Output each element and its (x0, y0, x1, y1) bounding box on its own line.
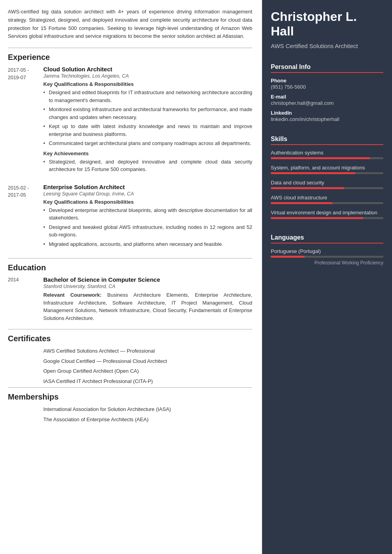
linkedin-label: LinkedIn (271, 110, 383, 116)
skill-name: Virtual environment design and implement… (271, 210, 383, 216)
skill-bar-container (271, 217, 383, 219)
skill-bar (271, 217, 363, 219)
skill-name: Data and cloud security (271, 180, 383, 186)
skill-bar-container (271, 157, 383, 159)
right-header: Christopher L. Hall AWS Certified Soluti… (262, 0, 392, 58)
language-level: Professional Working Proficiency (271, 260, 383, 266)
skill-name: System, platform, and account migrations (271, 165, 383, 171)
skill-bar-container (271, 202, 383, 204)
experience-content: Enterprise Solution ArchitectLeesing Squ… (43, 184, 252, 251)
qualification-item: Monitored existing infrastructure and ar… (43, 106, 252, 121)
languages-section: Languages Portuguese (Portugal)Professio… (262, 229, 392, 275)
achievements-title: Key Achievements (43, 151, 252, 156)
language-bar (271, 256, 305, 258)
certificate-text: Open Group Certified Architect (Open CA) (43, 367, 139, 375)
education-entry: 2014Bachelor of Science in Computer Scie… (8, 276, 252, 322)
qualifications-list: Developed enterprise architectural bluep… (43, 206, 252, 248)
qualifications-title: Key Qualifications & Responsibilities (43, 81, 252, 87)
experiences-container: 2017-05 -2019-07Cloud Solution Architect… (8, 66, 252, 251)
languages-title: Languages (271, 234, 383, 244)
skills-container: Authentication systemsSystem, platform, … (271, 150, 383, 219)
experience-date: 2015-02 -2017-05 (8, 184, 43, 251)
memberships-section-title: Memberships (8, 392, 252, 402)
experience-divider (8, 48, 252, 48)
linkedin-value: linkedin.com/in/christopherhall (271, 116, 383, 122)
membership-text: International Association for Solution A… (43, 405, 171, 413)
company-name: Jamma Technologies, Los Angeles, CA (43, 73, 252, 79)
experience-entry: 2017-05 -2019-07Cloud Solution Architect… (8, 66, 252, 177)
qualification-item: Communicated target architectural plans … (43, 139, 252, 147)
email-label: E-mail (271, 94, 383, 100)
skill-bar (271, 202, 333, 204)
skill-bar (271, 157, 370, 159)
membership-text: The Association of Enterprise Architects… (43, 416, 148, 424)
job-title: Cloud Solution Architect (43, 66, 252, 73)
certificate-entry: Google Cloud Certified — Professional Cl… (8, 357, 252, 368)
candidate-title: AWS Certified Solutions Architect (271, 42, 383, 50)
resume-container: AWS-certified big data solution architec… (0, 0, 392, 554)
skills-section: Skills Authentication systemsSystem, pla… (262, 130, 392, 229)
skill-bar-container (271, 172, 383, 174)
education-coursework: Relevant Coursework: Business Architectu… (43, 291, 252, 322)
membership-entry: International Association for Solution A… (8, 405, 252, 413)
certificate-text: IASA Certified IT Architect Professional… (43, 377, 153, 385)
skill-bar-container (271, 187, 383, 189)
personal-info-section: Personal Info Phone (951) 756-5600 E-mai… (262, 58, 392, 130)
memberships-divider (8, 387, 252, 388)
skill-bar (271, 172, 355, 174)
skill-name: Authentication systems (271, 150, 383, 156)
memberships-container: International Association for Solution A… (8, 405, 252, 423)
languages-container: Portuguese (Portugal)Professional Workin… (271, 248, 383, 266)
education-section-title: Education (8, 263, 252, 272)
membership-entry: The Association of Enterprise Architects… (8, 416, 252, 424)
job-title: Enterprise Solution Architect (43, 184, 252, 190)
language-bar-container (271, 256, 383, 258)
summary-text: AWS-certified big data solution architec… (8, 8, 252, 41)
certificate-text: Google Cloud Certified — Professional Cl… (43, 357, 167, 365)
qualification-item: Migrated applications, accounts, and pla… (43, 240, 252, 248)
qualification-item: Developed enterprise architectural bluep… (43, 206, 252, 222)
qualification-item: Designed and edited blueprints for IT in… (43, 89, 252, 104)
achievement-item: Strategized, designed, and deployed inno… (43, 158, 252, 173)
achievements-list: Strategized, designed, and deployed inno… (43, 158, 252, 173)
certificate-entry: Open Group Certified Architect (Open CA) (8, 367, 252, 377)
phone-value: (951) 756-5600 (271, 84, 383, 90)
phone-label: Phone (271, 78, 383, 84)
certificate-entry: IASA Certified IT Architect Professional… (8, 377, 252, 388)
language-name: Portuguese (Portugal) (271, 248, 383, 254)
qualification-item: Kept up to date with latest industry kno… (43, 123, 252, 138)
email-value: christopher.hall@gmail.com (271, 100, 383, 106)
education-degree: Bachelor of Science in Computer Science (43, 276, 252, 283)
certificates-divider (8, 329, 252, 329)
personal-info-title: Personal Info (271, 63, 383, 73)
skills-title: Skills (271, 136, 383, 145)
right-column: Christopher L. Hall AWS Certified Soluti… (262, 0, 392, 554)
experience-content: Cloud Solution ArchitectJamma Technologi… (43, 66, 252, 177)
qualifications-title: Key Qualifications & Responsibilities (43, 199, 252, 205)
education-school: Stanford University, Stanford, CA (43, 284, 252, 289)
certificates-section-title: Certificates (8, 334, 252, 343)
certificates-container: AWS Certified Solutions Architect — Prof… (8, 347, 252, 387)
qualifications-list: Designed and edited blueprints for IT in… (43, 89, 252, 147)
left-column: AWS-certified big data solution architec… (0, 0, 262, 554)
experience-date: 2017-05 -2019-07 (8, 66, 43, 177)
certificate-entry: AWS Certified Solutions Architect — Prof… (8, 347, 252, 357)
skill-bar (271, 187, 344, 189)
skill-name: AWS cloud infrastructure (271, 195, 383, 201)
candidate-name: Christopher L. Hall (271, 9, 383, 39)
certificate-text: AWS Certified Solutions Architect — Prof… (43, 347, 155, 355)
experience-section-title: Experience (8, 53, 252, 62)
company-name: Leesing Square Capital Group, Irvine, CA (43, 191, 252, 197)
education-divider (8, 258, 252, 258)
education-container: 2014Bachelor of Science in Computer Scie… (8, 276, 252, 322)
experience-entry: 2015-02 -2017-05Enterprise Solution Arch… (8, 184, 252, 251)
education-content: Bachelor of Science in Computer ScienceS… (43, 276, 252, 322)
qualification-item: Designed and tweaked global AWS infrastr… (43, 223, 252, 239)
education-year: 2014 (8, 276, 43, 322)
